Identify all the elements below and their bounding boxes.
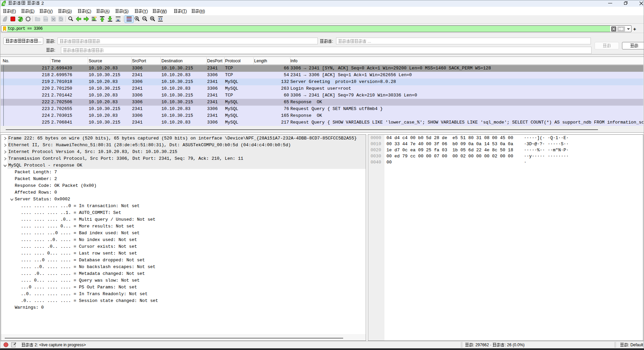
svg-text:010: 010: [44, 18, 48, 21]
